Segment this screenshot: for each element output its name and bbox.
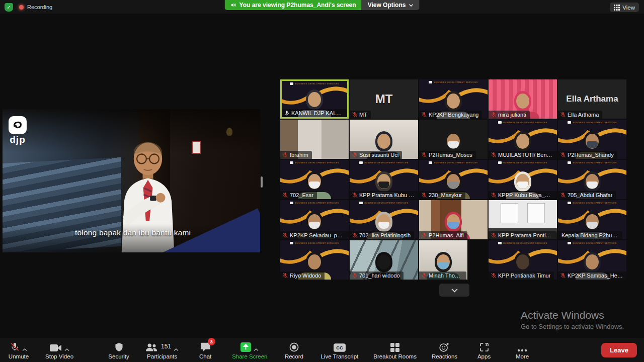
djp-mini-logo-icon [429, 161, 432, 164]
participant-tile[interactable]: BUSINESS DEVELOPMENT SERVICES 702_Esar [280, 160, 349, 199]
djp-mini-logo-icon [429, 81, 432, 83]
djp-mini-logo-icon [568, 121, 571, 124]
unmute-button[interactable]: Unmute [7, 341, 30, 359]
participant-name-bar: Minah Thomas [419, 272, 466, 280]
participant-name: 702_Esar [290, 192, 313, 198]
djp-mini-logo-icon [359, 161, 363, 164]
more-button[interactable]: More [511, 341, 534, 359]
tile-djp-backdrop-header: BUSINESS DEVELOPMENT SERVICES [489, 242, 557, 244]
participant-tile[interactable]: BUSINESS DEVELOPMENT SERVICES KPP Pratam… [350, 160, 418, 199]
record-button[interactable]: Record [282, 341, 305, 359]
participant-name: P2Humas_Shandy [568, 152, 614, 158]
participant-tile[interactable]: 701_hari widodo [350, 240, 418, 280]
view-button[interactable]: View [610, 3, 639, 12]
participant-name-bar: KPP Pratama Kubu Ray... [350, 191, 418, 199]
muted-mic-icon [352, 112, 358, 118]
shield-icon [115, 342, 123, 352]
participant-tile[interactable]: Susi susanti Uci [350, 120, 418, 159]
participant-tile[interactable]: P2Humas_Moses [419, 120, 488, 159]
unmute-options-chevron[interactable] [22, 348, 27, 352]
participant-name-bar: Ella Arthama [558, 111, 602, 119]
tile-djp-backdrop-header: BUSINESS DEVELOPMENT SERVICES [558, 202, 626, 204]
share-screen-icon [240, 342, 251, 352]
participant-tile[interactable]: MT MT [350, 79, 418, 119]
participant-tile[interactable]: BUSINESS DEVELOPMENT SERVICES MUJILASTUT… [489, 120, 557, 159]
djp-mini-logo-icon [498, 161, 502, 164]
breakout-rooms-button[interactable]: Breakout Rooms [373, 341, 417, 359]
participant-tile[interactable]: BUSINESS DEVELOPMENT SERVICES KANWIL DJP… [280, 79, 349, 119]
participant-name-bar: mira julianti [489, 111, 530, 119]
participant-name: KP2KP Bengkayang [429, 112, 478, 118]
shared-screen-video[interactable]: djp tolong bapak dan ibu bantu kami [3, 109, 260, 252]
participant-tile[interactable]: KPP Pratama Pontiana... [489, 200, 557, 239]
participant-tile[interactable]: BUSINESS DEVELOPMENT SERVICES Riyo Widod… [280, 240, 349, 280]
video-camera-icon [50, 344, 62, 352]
participant-name: 701_hari widodo [359, 273, 400, 279]
participant-tile[interactable]: BUSINESS DEVELOPMENT SERVICES P2Humas_Sh… [558, 120, 626, 159]
participant-tile[interactable]: BUSINESS DEVELOPMENT SERVICES 702_Ika Pr… [350, 200, 418, 239]
leave-button[interactable]: Leave [601, 343, 637, 357]
participant-name: Minah Thomas [429, 273, 463, 279]
participants-options-chevron[interactable] [174, 348, 179, 352]
chat-unread-badge: 3 [208, 338, 215, 345]
tile-djp-backdrop-header: BUSINESS DEVELOPMENT SERVICES [280, 242, 349, 244]
participant-tile[interactable]: P2Humas_Alfi [419, 200, 488, 239]
participants-button[interactable]: 151 Participants [145, 341, 179, 359]
participant-tile[interactable]: BUSINESS DEVELOPMENT SERVICES KPP Pontia… [489, 240, 557, 280]
djp-mini-logo-icon [498, 121, 502, 124]
participant-name-bar: KP2KP Sekadau_panji ... [280, 231, 349, 239]
stop-video-button[interactable]: Stop Video [45, 341, 73, 359]
participant-name-bar: Riyo Widodo [280, 272, 325, 280]
muted-mic-icon [491, 152, 497, 158]
share-screen-button[interactable]: Share Screen [232, 341, 267, 359]
participant-name: mira julianti [498, 112, 526, 118]
tile-djp-backdrop-header: BUSINESS DEVELOPMENT SERVICES [280, 161, 349, 164]
tile-djp-backdrop-header: BUSINESS DEVELOPMENT SERVICES [350, 161, 418, 164]
participant-tile[interactable]: Ibrahim [280, 120, 349, 159]
participant-tile[interactable]: Minah Thomas [419, 240, 467, 280]
pane-resize-handle[interactable] [261, 176, 263, 188]
participant-tile[interactable]: BUSINESS DEVELOPMENT SERVICES KP2KP Seka… [280, 200, 349, 239]
participant-name: KPP Pratama Kubu Ray... [359, 192, 415, 198]
participant-tile[interactable]: BUSINESS DEVELOPMENT SERVICES Kepala Bid… [558, 200, 626, 239]
participant-name-bar: MUJILASTUTI/ Bengka... [489, 151, 557, 159]
grid-next-page-button[interactable] [439, 284, 469, 297]
tile-djp-backdrop-header: BUSINESS DEVELOPMENT SERVICES [419, 81, 488, 83]
share-options-chevron[interactable] [254, 348, 259, 352]
top-bar: ✓ Recording You are viewing P2humas_Andi… [0, 0, 644, 14]
djp-mini-logo-icon [568, 202, 571, 204]
apps-button[interactable]: Apps [472, 341, 496, 359]
participant-name: KPPP Kubu Raya_Misb... [498, 192, 553, 198]
live-transcript-button[interactable]: CC Live Transcript [320, 341, 358, 359]
participant-name-bar: KPP Pontianak Timur [489, 272, 554, 280]
participant-name: Susi susanti Uci [359, 152, 398, 158]
participant-tile[interactable]: BUSINESS DEVELOPMENT SERVICES 230_Masyku… [419, 160, 488, 199]
record-icon [289, 342, 299, 352]
wall-emblem [226, 128, 232, 136]
more-dots-icon [517, 349, 527, 352]
security-button[interactable]: Security [107, 341, 130, 359]
participant-tile[interactable]: BUSINESS DEVELOPMENT SERVICES KP2KP Beng… [419, 79, 488, 119]
participant-tile[interactable]: BUSINESS DEVELOPMENT SERVICES 705_Abdul … [558, 160, 626, 199]
participants-icon [145, 343, 157, 352]
djp-logo-glyph [12, 120, 23, 131]
chat-button[interactable]: 3 Chat [194, 341, 217, 359]
muted-mic-icon [560, 192, 566, 198]
participants-count: 151 [161, 343, 171, 350]
muted-mic-icon [352, 232, 358, 238]
participant-tile[interactable]: Ella Arthama Ella Arthama [558, 79, 626, 119]
muted-mic-icon [491, 232, 497, 238]
muted-mic-icon [421, 232, 427, 238]
participant-name: MUJILASTUTI/ Bengka... [498, 152, 553, 158]
view-options-button[interactable]: View Options [362, 0, 420, 10]
reactions-button[interactable]: Reactions [432, 341, 457, 359]
encryption-shield-icon[interactable]: ✓ [5, 3, 13, 12]
video-options-chevron[interactable] [64, 348, 69, 352]
tile-djp-backdrop-header: BUSINESS DEVELOPMENT SERVICES [489, 121, 557, 124]
djp-mini-logo-icon [290, 242, 293, 244]
video-subtitle: tolong bapak dan ibu bantu kami [75, 228, 191, 237]
participant-tile[interactable]: BUSINESS DEVELOPMENT SERVICES KPPP Kubu … [489, 160, 557, 199]
participant-tile[interactable]: BUSINESS DEVELOPMENT SERVICES KP2KP Samb… [558, 240, 626, 280]
apps-icon [479, 342, 489, 352]
participant-tile[interactable]: mira julianti [489, 79, 557, 119]
